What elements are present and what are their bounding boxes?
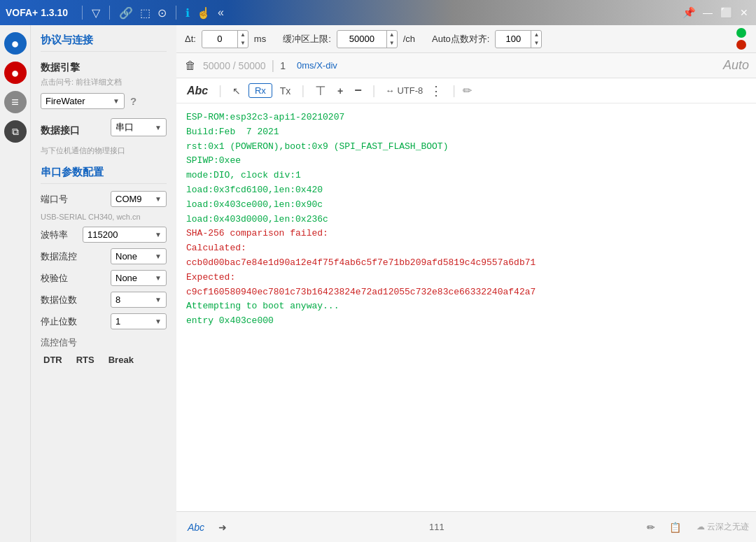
frame-icon[interactable]: ⬚ (140, 6, 150, 20)
eraser-tool-button[interactable]: ✏ (463, 84, 472, 97)
chart-current-val: 50000 (203, 60, 230, 71)
chart-max-val: 50000 (239, 60, 266, 71)
sidebar-wrapper: ● ● ≡ ⧉ 协议与连接 数据引擎 点击问号: 前往详细文档 FireWate… (0, 25, 176, 542)
encoding-icon: ↔ (385, 85, 394, 96)
port-label: 端口号 (41, 193, 83, 206)
bottom-abc-button[interactable]: Abc (183, 519, 209, 536)
chart-speed: 0ms/X-div (297, 60, 337, 71)
baud-dropdown[interactable]: 115200 ▼ (83, 227, 167, 243)
delta-t-down[interactable]: ▼ (238, 39, 248, 48)
auto-spin[interactable]: ▲ ▼ (531, 31, 541, 48)
finger-icon[interactable]: ☝ (197, 6, 211, 20)
terminal-line: Calculated: (186, 241, 746, 256)
terminal-line: load:0x403d0000,len:0x236c (186, 213, 746, 227)
target-icon[interactable]: ⊙ (158, 6, 167, 20)
port-arrow-icon: ▼ (155, 195, 162, 203)
buffer-input[interactable]: ▲ ▼ (337, 30, 398, 48)
info-icon[interactable]: ℹ (186, 6, 190, 20)
right-panel: Δt: ▲ ▼ ms 缓冲区上限: ▲ ▼ /ch Auto点数对齐: (176, 25, 756, 542)
auto-input[interactable]: ▲ ▼ (495, 30, 542, 48)
flow-signal-label: 流控信号 (41, 336, 167, 349)
port-value: COM9 (115, 194, 142, 204)
pin-icon[interactable]: 📌 (682, 6, 696, 19)
auto-down[interactable]: ▼ (531, 39, 541, 48)
break-button[interactable]: Break (106, 353, 136, 366)
record-icon-btn[interactable]: ● (4, 62, 27, 84)
buffer-down[interactable]: ▼ (387, 39, 397, 48)
delta-t-spin[interactable]: ▲ ▼ (237, 31, 248, 48)
delete-chart-button[interactable]: 🗑 (183, 58, 197, 73)
auto-up[interactable]: ▲ (531, 31, 541, 39)
bottom-clipboard-button[interactable]: 📋 (665, 519, 685, 536)
help-icon[interactable]: ? (130, 95, 136, 107)
databits-arrow-icon: ▼ (155, 296, 162, 304)
bottom-counter: 111 (429, 522, 444, 532)
more-tool-button[interactable]: ⋮ (430, 83, 442, 99)
menu-icon-btn[interactable]: ≡ (4, 91, 27, 113)
main-layout: ● ● ≡ ⧉ 协议与连接 数据引擎 点击问号: 前往详细文档 FireWate… (0, 25, 756, 542)
parity-value: None (115, 273, 137, 283)
link-icon[interactable]: 🔗 (119, 6, 133, 20)
plus-tool-button[interactable]: + (334, 83, 346, 99)
stopbits-arrow-icon: ▼ (155, 318, 162, 325)
buffer-up[interactable]: ▲ (387, 31, 397, 39)
parity-dropdown[interactable]: None ▼ (111, 270, 167, 286)
stopbits-dropdown[interactable]: 1 ▼ (111, 313, 167, 329)
delta-t-value[interactable] (202, 31, 237, 46)
maximize-button[interactable]: ⬜ (720, 6, 732, 19)
back-icon[interactable]: « (218, 6, 224, 19)
baud-value: 115200 (88, 229, 118, 240)
titlebar: VOFA+ 1.3.10 ▽ 🔗 ⬚ ⊙ ℹ ☝ « 📌 — ⬜ ✕ (0, 0, 756, 25)
databits-label: 数据位数 (41, 294, 83, 306)
bottom-send-button[interactable]: ➜ (214, 519, 231, 536)
chart-current: 50000 / 50000 (203, 60, 266, 71)
terminal-line: load:0x3fcd6100,len:0x420 (186, 183, 746, 198)
port-dropdown[interactable]: COM9 ▼ (111, 191, 167, 207)
minus-tool-button[interactable]: − (351, 81, 365, 100)
terminal-line: load:0x403ce000,len:0x90c (186, 198, 746, 213)
buffer-spin[interactable]: ▲ ▼ (386, 31, 397, 48)
cursor-tool-button[interactable]: ↖ (229, 83, 244, 99)
delta-t-label: Δt: (185, 34, 196, 44)
interface-row: 数据接口 串口 ▼ (41, 115, 167, 140)
baud-row: 波特率 115200 ▼ (41, 227, 167, 243)
delta-t-up[interactable]: ▲ (238, 31, 248, 39)
tx-tool-button[interactable]: Tx (276, 83, 295, 99)
databits-dropdown[interactable]: 8 ▼ (111, 292, 167, 308)
engine-dropdown[interactable]: FireWater ▼ (41, 93, 125, 109)
bottom-eraser-button[interactable]: ✏ (643, 519, 659, 536)
auto-value[interactable] (496, 31, 531, 46)
terminal-line: entry 0x403ce000 (186, 314, 746, 329)
vofa-icon[interactable]: ▽ (92, 6, 100, 20)
buffer-value[interactable] (337, 31, 386, 46)
sidebar-content: 协议与连接 数据引擎 点击问号: 前往详细文档 FireWater ▼ ? 数据… (31, 25, 176, 542)
layout-icon-btn[interactable]: ⧉ (4, 120, 27, 143)
encoding-selector[interactable]: ↔ UTF-8 (385, 85, 423, 96)
app-name: VOFA+ 1.3.10 (6, 7, 68, 18)
interface-dropdown[interactable]: 串口 ▼ (111, 118, 167, 136)
flow-label: 数据流控 (41, 250, 83, 263)
terminal-line: c9cf160580940ec7801c73b16423824e72ad1205… (186, 285, 746, 300)
stopbits-value: 1 (115, 316, 120, 327)
flow-value: None (115, 251, 137, 262)
status-dot-red (736, 40, 746, 50)
chart-topbar: 🗑 50000 / 50000 | 1 0ms/X-div Auto (176, 53, 756, 78)
rts-button[interactable]: RTS (74, 353, 97, 366)
section2-sub: 点击问号: 前往详细文档 (41, 77, 167, 87)
interface-value: 串口 (115, 121, 134, 134)
engine-row: FireWater ▼ ? (41, 93, 167, 109)
minimize-button[interactable]: — (701, 6, 714, 19)
delta-t-input[interactable]: ▲ ▼ (202, 30, 248, 48)
flow-dropdown[interactable]: None ▼ (111, 248, 167, 264)
dtr-button[interactable]: DTR (41, 353, 65, 366)
rx-tool-button[interactable]: Rx (248, 83, 272, 98)
terminal-line: Attempting to boot anyway... (186, 299, 746, 314)
watermark: ☁ 云深之无迹 (696, 521, 749, 533)
connect-icon-btn[interactable]: ● (4, 32, 27, 55)
format-tool-button[interactable]: ⊤ (312, 81, 330, 101)
stopbits-label: 停止位数 (41, 315, 83, 328)
parity-label: 校验位 (41, 272, 83, 285)
close-button[interactable]: ✕ (738, 6, 750, 19)
stopbits-row: 停止位数 1 ▼ (41, 313, 167, 329)
abc-tool-button[interactable]: Abc (183, 83, 211, 99)
